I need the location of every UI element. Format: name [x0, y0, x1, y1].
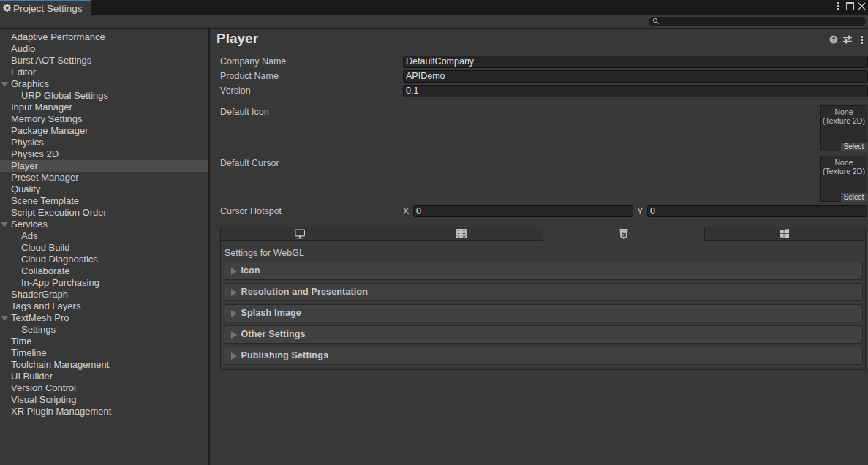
- svg-text:?: ?: [831, 36, 835, 43]
